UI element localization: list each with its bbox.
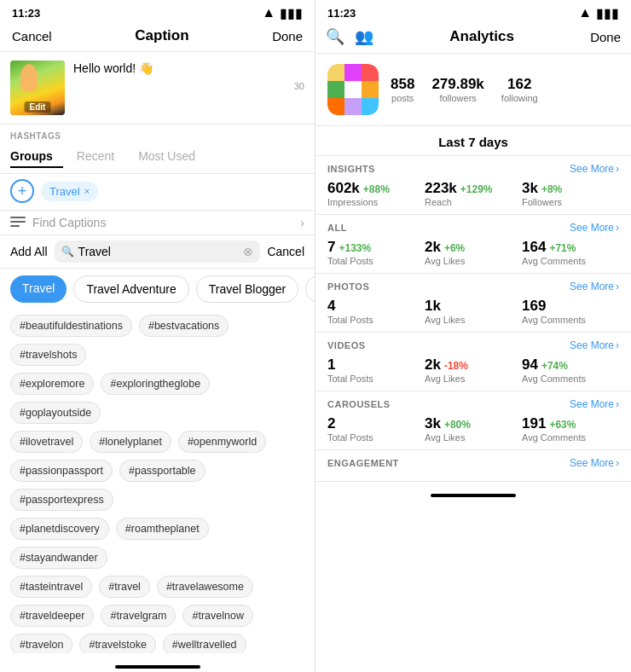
profile-row: 858 posts 279.89k followers 162 followin… bbox=[316, 54, 631, 126]
pill-travel-adventure[interactable]: Travel Adventure bbox=[73, 275, 188, 303]
ht-travelshots[interactable]: #travelshots bbox=[10, 344, 86, 366]
ht-lonelyplanet[interactable]: #lonelyplanet bbox=[90, 431, 171, 453]
ht-openmyworld[interactable]: #openmyworld bbox=[178, 431, 266, 453]
avg-likes-metric: 2k +6% Avg Likes bbox=[425, 239, 522, 266]
ht-travelstoke[interactable]: #travelstoke bbox=[79, 634, 155, 653]
right-status-icons: ▲ ▮▮▮ bbox=[578, 5, 619, 21]
pill-travel-blogger[interactable]: Travel Blogger bbox=[196, 275, 299, 303]
carousels-comments-change: +63% bbox=[549, 419, 576, 431]
tab-most-used[interactable]: Most Used bbox=[138, 146, 206, 168]
ht-exploringtheglobe[interactable]: #exploringtheglobe bbox=[101, 373, 210, 395]
photos-comments-label: Avg Comments bbox=[522, 315, 619, 325]
videos-see-more[interactable]: See More › bbox=[570, 339, 619, 351]
followers-insight-label: Followers bbox=[522, 197, 619, 207]
avatar-cell-1 bbox=[327, 64, 344, 81]
caption-text[interactable]: Hello world! 👋 bbox=[73, 61, 304, 78]
carousels-metrics: 2 Total Posts 3k +80% Avg Likes 191 +63%… bbox=[327, 415, 619, 443]
engagement-see-more[interactable]: See More › bbox=[570, 457, 619, 469]
videos-likes-metric: 2k -18% Avg Likes bbox=[425, 356, 522, 384]
carousels-title: CAROUSELS bbox=[327, 399, 391, 409]
tab-groups[interactable]: Groups bbox=[10, 146, 63, 168]
engagement-header: ENGAGEMENT See More › bbox=[327, 457, 619, 469]
period-header: Last 7 days bbox=[316, 126, 631, 156]
search-box[interactable]: 🔍 Travel ⊗ bbox=[55, 240, 261, 263]
ht-traveldeeper[interactable]: #traveldeeper bbox=[10, 605, 94, 627]
carousels-see-more[interactable]: See More › bbox=[570, 398, 619, 410]
right-status-bar: 11:23 ▲ ▮▮▮ bbox=[316, 0, 631, 24]
ht-passportexpress[interactable]: #passportexpress bbox=[10, 489, 113, 511]
left-status-icons: ▲ ▮▮▮ bbox=[262, 5, 303, 21]
ht-tasteintravel[interactable]: #tasteintravel bbox=[10, 576, 92, 598]
search-nav-icon[interactable]: 🔍 bbox=[326, 27, 344, 46]
tag-chip-label: Travel bbox=[49, 185, 80, 198]
pill-travel[interactable]: Travel bbox=[10, 275, 67, 303]
ht-beautifuldestinations[interactable]: #beautifuldestinations bbox=[10, 315, 132, 337]
search-cancel-button[interactable]: Cancel bbox=[267, 245, 304, 258]
photos-likes-metric: 1k Avg Likes bbox=[425, 298, 522, 325]
search-box-icon: 🔍 bbox=[61, 246, 74, 258]
tag-chip-close[interactable]: × bbox=[84, 186, 90, 196]
avg-likes-value: 2k bbox=[425, 239, 441, 256]
wifi-icon: ▲ bbox=[262, 5, 275, 20]
photos-metrics: 4 Total Posts 1k Avg Likes 169 Avg Comme… bbox=[327, 298, 619, 325]
caption-text-area[interactable]: Hello world! 👋 30 bbox=[73, 61, 304, 115]
home-indicator bbox=[115, 665, 200, 669]
impressions-metric: 602k +88% Impressions bbox=[327, 180, 425, 207]
followers-metric: 3k +8% Followers bbox=[522, 180, 619, 207]
left-status-time: 11:23 bbox=[12, 7, 40, 20]
search-input[interactable]: Travel bbox=[78, 245, 240, 258]
all-see-more[interactable]: See More › bbox=[570, 222, 619, 234]
search-clear-icon[interactable]: ⊗ bbox=[243, 245, 253, 258]
engagement-title: ENGAGEMENT bbox=[327, 458, 399, 468]
travel-tag-chip[interactable]: Travel × bbox=[41, 182, 98, 201]
find-captions-row[interactable]: Find Captions › bbox=[0, 210, 315, 235]
insights-see-more[interactable]: See More › bbox=[570, 163, 619, 175]
ht-travelon[interactable]: #travelon bbox=[10, 634, 72, 653]
add-all-button[interactable]: Add All bbox=[10, 245, 48, 258]
chevron-icon: › bbox=[616, 163, 619, 175]
right-done-button[interactable]: Done bbox=[590, 30, 621, 44]
ht-travelgram[interactable]: #travelgram bbox=[101, 605, 176, 627]
insights-metrics: 602k +88% Impressions 223k +129% Reach 3… bbox=[327, 180, 619, 207]
ht-stayandwander[interactable]: #stayandwander bbox=[10, 547, 107, 569]
ht-travel[interactable]: #travel bbox=[99, 576, 150, 598]
total-posts-change: +133% bbox=[339, 242, 371, 254]
ht-planetdiscovery[interactable]: #planetdiscovery bbox=[10, 518, 109, 540]
edit-label[interactable]: Edit bbox=[25, 101, 51, 113]
ht-roamtheplanet[interactable]: #roamtheplanet bbox=[116, 518, 209, 540]
right-home-indicator bbox=[431, 494, 516, 497]
hashtag-row-8: #travelon #travelstoke #welltravelled bbox=[10, 634, 304, 653]
photos-see-more[interactable]: See More › bbox=[570, 281, 619, 293]
tab-recent[interactable]: Recent bbox=[77, 146, 124, 168]
hashtag-row-5: #planetdiscovery #roamtheplanet #stayand… bbox=[10, 518, 304, 569]
ht-travelnow[interactable]: #travelnow bbox=[182, 605, 252, 627]
all-title: ALL bbox=[327, 223, 347, 233]
post-thumbnail[interactable]: Edit bbox=[10, 61, 65, 115]
avatar-cell-5 bbox=[344, 81, 362, 98]
avg-likes-label: Avg Likes bbox=[425, 256, 522, 266]
cancel-button[interactable]: Cancel bbox=[12, 29, 52, 43]
left-nav-bar: Cancel Caption Done bbox=[0, 24, 315, 52]
ht-welltravelled[interactable]: #welltravelled bbox=[163, 634, 246, 653]
people-nav-icon[interactable]: 👥 bbox=[355, 27, 373, 46]
videos-posts-metric: 1 Total Posts bbox=[327, 356, 425, 384]
videos-posts-label: Total Posts bbox=[327, 374, 425, 384]
avatar-grid bbox=[327, 64, 379, 115]
ht-travelawesome[interactable]: #travelawesome bbox=[157, 576, 253, 598]
total-posts-label: Total Posts bbox=[327, 256, 425, 266]
done-button[interactable]: Done bbox=[272, 29, 303, 43]
add-tag-button[interactable]: + bbox=[10, 179, 34, 203]
ht-exploremore[interactable]: #exploremore bbox=[10, 373, 94, 395]
ht-passionpassport[interactable]: #passionpassport bbox=[10, 460, 113, 482]
avg-comments-metric: 164 +71% Avg Comments bbox=[522, 239, 619, 266]
reach-label: Reach bbox=[425, 197, 522, 207]
ht-bestvacations[interactable]: #bestvacations bbox=[139, 315, 229, 337]
ht-passportable[interactable]: #passportable bbox=[119, 460, 206, 482]
carousels-likes-value: 3k bbox=[425, 415, 441, 432]
ht-goplayoutside[interactable]: #goplayoutside bbox=[10, 402, 101, 424]
pill-travel-co[interactable]: Travel Co bbox=[305, 275, 315, 303]
following-label: following bbox=[501, 93, 538, 103]
right-status-time: 11:23 bbox=[327, 7, 356, 20]
ht-ilovetravel[interactable]: #ilovetravel bbox=[10, 431, 83, 453]
following-count: 162 bbox=[507, 76, 531, 93]
